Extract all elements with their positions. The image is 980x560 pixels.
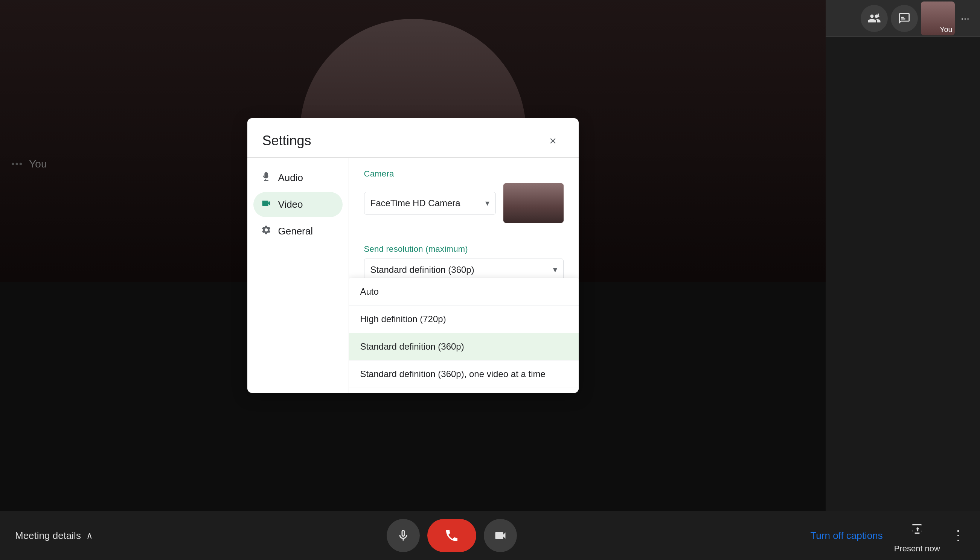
send-chevron-icon: ▾ bbox=[553, 265, 557, 275]
chat-button[interactable] bbox=[891, 5, 918, 32]
present-icon bbox=[905, 517, 929, 542]
svg-rect-2 bbox=[901, 18, 905, 20]
chevron-up-icon: ∧ bbox=[86, 530, 93, 541]
bottom-bar: Meeting details ∧ Turn off captions bbox=[0, 511, 980, 560]
send-resolution-label: Send resolution (maximum) bbox=[364, 244, 564, 254]
option-audio-only[interactable]: Audio only bbox=[349, 388, 579, 393]
camera-selected: FaceTime HD Camera bbox=[371, 198, 461, 208]
present-now-button[interactable]: Present now bbox=[894, 517, 940, 553]
nav-video-label: Video bbox=[278, 199, 303, 210]
you-label: You bbox=[940, 25, 953, 34]
top-bar: 1 You ··· bbox=[826, 0, 980, 37]
settings-content: Camera FaceTime HD Camera ▾ Send resolut… bbox=[349, 158, 579, 393]
camera-section: Camera FaceTime HD Camera ▾ bbox=[364, 169, 564, 223]
you-avatar[interactable]: You bbox=[921, 2, 955, 35]
svg-rect-1 bbox=[901, 17, 903, 18]
option-auto[interactable]: Auto bbox=[349, 278, 579, 306]
gear-icon bbox=[261, 225, 271, 238]
nav-audio[interactable]: Audio bbox=[254, 165, 342, 190]
meeting-details[interactable]: Meeting details ∧ bbox=[15, 530, 93, 542]
chevron-down-icon: ▾ bbox=[485, 198, 489, 208]
modal-title: Settings bbox=[262, 133, 311, 149]
option-hd720[interactable]: High definition (720p) bbox=[349, 306, 579, 333]
nav-general[interactable]: General bbox=[254, 219, 342, 244]
end-call-button[interactable] bbox=[427, 519, 476, 552]
receive-resolution-dropdown-list: Auto High definition (720p) Standard def… bbox=[349, 278, 579, 393]
camera-dropdown[interactable]: FaceTime HD Camera ▾ bbox=[364, 192, 496, 215]
settings-modal: Settings × Audio bbox=[247, 118, 579, 393]
meeting-details-label: Meeting details bbox=[15, 530, 81, 542]
close-button[interactable]: × bbox=[543, 130, 564, 151]
modal-body: Audio Video Genera bbox=[247, 158, 579, 393]
settings-sidebar: Audio Video Genera bbox=[247, 158, 349, 393]
option-sd360[interactable]: Standard definition (360p) bbox=[349, 333, 579, 360]
captions-button[interactable]: Turn off captions bbox=[810, 530, 883, 542]
camera-select-row: FaceTime HD Camera ▾ bbox=[364, 183, 564, 223]
send-resolution-dropdown[interactable]: Standard definition (360p) ▾ bbox=[364, 258, 564, 281]
microphone-button[interactable] bbox=[387, 519, 420, 552]
top-more-button[interactable]: ··· bbox=[958, 9, 972, 27]
camera-label: Camera bbox=[364, 169, 564, 179]
audio-icon bbox=[261, 171, 271, 184]
camera-preview bbox=[503, 183, 564, 223]
nav-video[interactable]: Video bbox=[254, 192, 342, 217]
participants-button[interactable]: 1 bbox=[861, 5, 888, 32]
present-now-label: Present now bbox=[894, 544, 940, 553]
divider-1 bbox=[364, 235, 564, 235]
more-options-button[interactable]: ⋮ bbox=[952, 528, 965, 543]
modal-header: Settings × bbox=[247, 118, 579, 158]
option-sd360-one[interactable]: Standard definition (360p), one video at… bbox=[349, 360, 579, 388]
nav-audio-label: Audio bbox=[278, 172, 304, 184]
modal-overlay: Settings × Audio bbox=[0, 0, 826, 511]
svg-text:1: 1 bbox=[877, 12, 880, 18]
video-icon bbox=[261, 198, 271, 211]
send-resolution-selected: Standard definition (360p) bbox=[371, 265, 474, 275]
camera-button[interactable] bbox=[484, 519, 517, 552]
nav-general-label: General bbox=[278, 225, 313, 237]
send-resolution-section: Send resolution (maximum) Standard defin… bbox=[364, 244, 564, 281]
